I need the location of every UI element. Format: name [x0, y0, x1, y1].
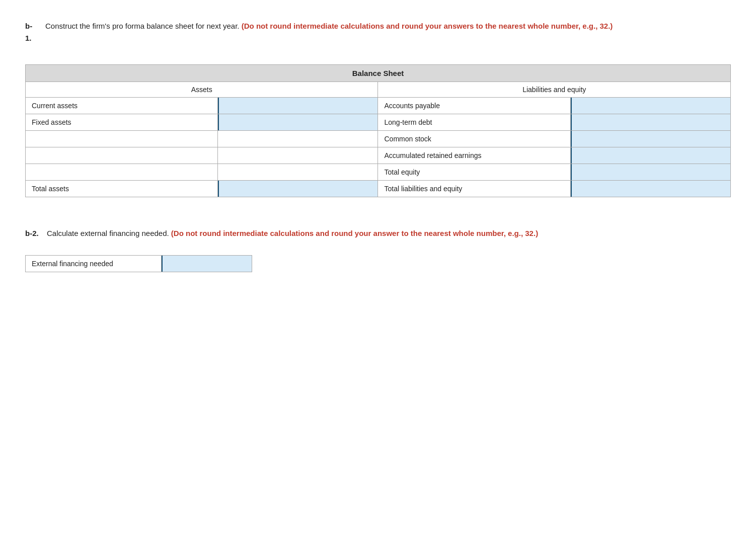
- external-financing-table: External financing needed: [25, 255, 252, 272]
- total-liabilities-equity-input-cell[interactable]: [570, 181, 730, 197]
- accumulated-retained-earnings-input-cell[interactable]: [570, 147, 730, 164]
- common-stock-label: Common stock: [378, 131, 570, 147]
- common-stock-input-cell[interactable]: [570, 131, 730, 147]
- total-assets-input[interactable]: [218, 181, 377, 197]
- balance-sheet-table: Balance Sheet Assets Liabilities and equ…: [25, 64, 731, 197]
- total-liabilities-equity-label: Total liabilities and equity: [378, 181, 570, 197]
- external-financing-input-cell[interactable]: [162, 255, 252, 272]
- total-assets-input-cell[interactable]: [218, 181, 378, 197]
- total-equity-input[interactable]: [571, 164, 730, 180]
- accumulated-retained-earnings-input[interactable]: [571, 147, 730, 164]
- question-b1-label: b- 1.: [25, 20, 40, 44]
- question-b2-section: b-2. Calculate external financing needed…: [25, 227, 731, 272]
- question-b2-label: b-2.: [25, 227, 43, 240]
- balance-sheet-subheader-row: Assets Liabilities and equity: [26, 82, 731, 98]
- common-stock-input[interactable]: [571, 131, 730, 147]
- long-term-debt-input-cell[interactable]: [570, 114, 730, 131]
- balance-sheet-title: Balance Sheet: [26, 65, 731, 82]
- table-row: Total assets Total liabilities and equit…: [26, 181, 731, 197]
- external-financing-label: External financing needed: [26, 255, 162, 272]
- empty-label-2: [26, 147, 218, 164]
- question-b1-header: b- 1. Construct the firm's pro forma bal…: [25, 20, 731, 44]
- accounts-payable-input-cell[interactable]: [570, 98, 730, 114]
- question-b2-text: Calculate external financing needed. (Do…: [47, 227, 538, 240]
- current-assets-input-cell[interactable]: [218, 98, 378, 114]
- question-b2-header: b-2. Calculate external financing needed…: [25, 227, 731, 240]
- question-b2-normal-text: Calculate external financing needed.: [47, 229, 169, 237]
- total-equity-label: Total equity: [378, 164, 570, 181]
- empty-input-cell-2: [218, 147, 378, 164]
- question-b1-bold-text: (Do not round intermediate calculations …: [242, 22, 613, 30]
- total-liabilities-equity-input[interactable]: [571, 181, 730, 197]
- empty-input-cell-3: [218, 164, 378, 181]
- empty-label-3: [26, 164, 218, 181]
- accounts-payable-label: Accounts payable: [378, 98, 570, 114]
- accounts-payable-input[interactable]: [571, 98, 730, 114]
- total-assets-label: Total assets: [26, 181, 218, 197]
- table-row: Total equity: [26, 164, 731, 181]
- fixed-assets-input-cell[interactable]: [218, 114, 378, 131]
- empty-input-cell-1: [218, 131, 378, 147]
- liabilities-header: Liabilities and equity: [378, 82, 731, 98]
- assets-header: Assets: [26, 82, 378, 98]
- empty-label-1: [26, 131, 218, 147]
- external-financing-row: External financing needed: [26, 255, 252, 272]
- table-row: Common stock: [26, 131, 731, 147]
- balance-sheet-container: Balance Sheet Assets Liabilities and equ…: [25, 64, 731, 197]
- current-assets-label: Current assets: [26, 98, 218, 114]
- long-term-debt-input[interactable]: [571, 114, 730, 130]
- table-row: Fixed assets Long-term debt: [26, 114, 731, 131]
- accumulated-retained-earnings-label: Accumulated retained earnings: [378, 147, 570, 164]
- question-b1-text: Construct the firm's pro forma balance s…: [45, 20, 613, 44]
- fixed-assets-label: Fixed assets: [26, 114, 218, 131]
- table-row: Current assets Accounts payable: [26, 98, 731, 114]
- question-b1-normal-text: Construct the firm's pro forma balance s…: [45, 22, 240, 30]
- fixed-assets-input[interactable]: [218, 114, 377, 130]
- external-financing-input[interactable]: [162, 256, 252, 272]
- balance-sheet-header-row: Balance Sheet: [26, 65, 731, 82]
- current-assets-input[interactable]: [218, 98, 377, 114]
- total-equity-input-cell[interactable]: [570, 164, 730, 181]
- question-b2-bold-text: (Do not round intermediate calculations …: [171, 229, 538, 237]
- table-row: Accumulated retained earnings: [26, 147, 731, 164]
- long-term-debt-label: Long-term debt: [378, 114, 570, 131]
